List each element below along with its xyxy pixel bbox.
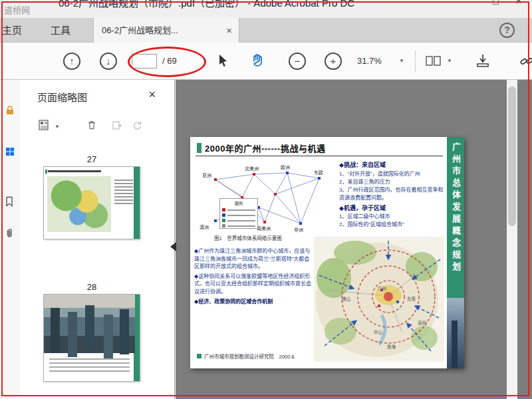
pdf-page: 2000年的广州------挑战与机遇 (190, 137, 464, 368)
window-controls: ─ □ × (469, 0, 521, 7)
map-city-label: 广州 (378, 285, 386, 291)
thumbnail-page-number: 28 (43, 282, 140, 292)
challenge-item: 3、广州行政区范围内，也存在着相互竞争和资源浪费配置问题。 (339, 186, 446, 202)
body-text-block: ◆广州作为珠江三角洲城市群的中心城市，应该与珠江三角洲各城市一同成为荷兰“兰斯塔… (194, 247, 313, 307)
diagram-node-label: 东欧 (314, 169, 323, 176)
close-button[interactable]: × (516, 0, 521, 7)
thumbnails-panel: 页面缩略图 × ▼ 27 28 (20, 80, 175, 399)
slide-footer-text: 广州市城市规划勘测设计研究院 2000.8. (204, 352, 296, 360)
security-lock-icon[interactable] (5, 105, 15, 118)
map-city-label: 中山 (374, 329, 382, 335)
map-city-label: 佛山 (342, 295, 350, 302)
world-city-network-diagram: 亚洲 北美洲 欧洲 东欧 澳洲 南美洲 非洲 图例 (196, 161, 336, 234)
body-paragraph: ◆广州作为珠江三角洲城市群的中心城市，应该与珠江三角洲各城市一同成为荷兰“兰斯塔… (194, 247, 313, 271)
zoom-caret-icon[interactable]: ▼ (399, 58, 404, 64)
maximize-button[interactable]: □ (493, 0, 498, 7)
window-title: 06-2广州战略规划（市院）.pdf（已加密） - Adobe Acrobat … (59, 0, 354, 9)
title-bar: 06-2广州战略规划（市院）.pdf（已加密） - Adobe Acrobat … (0, 0, 532, 18)
thumbnail-options-icon[interactable] (39, 120, 51, 133)
diagram-node-label: 亚洲 (202, 172, 211, 178)
slide-title-row: 2000年的广州------挑战与机遇 (197, 142, 325, 154)
select-tool-icon[interactable] (218, 54, 229, 70)
zoom-level-value[interactable]: 31.7% (357, 56, 382, 66)
thumbnail-page-number: 27 (43, 154, 140, 164)
diagram-legend: 图例 (219, 198, 258, 229)
opportunity-item: 2、国际性的“区域组合城市” (339, 221, 446, 229)
thumb-caption-lines (44, 356, 135, 374)
page-view-caret-icon[interactable]: ▼ (447, 58, 452, 64)
zoom-out-icon[interactable]: − (289, 53, 306, 70)
diagram-node-label: 欧洲 (281, 164, 290, 170)
help-icon[interactable]: ? (499, 23, 515, 38)
page-thumbnail-27[interactable] (43, 166, 140, 239)
navigation-rail (0, 80, 20, 399)
thumb-map-image (47, 176, 111, 232)
diagram-caption: 图1 世界城市体系网络示意图 (214, 234, 282, 241)
tab-tools[interactable]: 工具 (39, 18, 82, 43)
hand-tool-icon[interactable] (251, 53, 265, 70)
map-city-label: 珠海 (387, 343, 396, 350)
slide-title-accent (197, 143, 201, 153)
opportunity-item: 1、区域二级中心城市 (339, 213, 446, 221)
slide-side-banner: 广州市总体发展概念规划 (447, 137, 464, 368)
slide-title: 2000年的广州------挑战与机遇 (205, 142, 325, 154)
diagram-node-label: 南美洲 (257, 225, 271, 231)
page-thumbnail-28[interactable] (43, 294, 140, 382)
acrobat-window: 06-2广州战略规划（市院）.pdf（已加密） - Adobe Acrobat … (0, 0, 532, 399)
banner-vertical-title: 广州市总体发展概念规划 (447, 142, 464, 274)
slide-footer: 广州市城市规划勘测设计研究院 2000.8. (197, 352, 296, 360)
panel-collapse-icon[interactable] (170, 242, 176, 251)
body-paragraph: ◆经济、政策协同的区域合作机制 (194, 298, 313, 306)
rotate-page-icon (132, 120, 142, 133)
main-toolbar: ↑ ↓ / 69 − + 31.7% ▼ ▼ (0, 43, 532, 80)
tab-home[interactable]: 主页 (0, 18, 36, 43)
panel-title: 页面缩略图 (37, 90, 87, 104)
page-number-input[interactable] (132, 54, 157, 68)
page-view-icon[interactable] (426, 55, 442, 70)
map-city-label: 深圳 (418, 319, 426, 326)
institute-logo (197, 354, 201, 358)
body-paragraph: ◆这种协同关系可以借鉴欧盟等地区性经济组织形式，也可以亚太经合组织那样定期组织城… (194, 273, 313, 296)
slide-title-rule (196, 156, 443, 156)
region-map: 佛山 广州 东莞 深圳 中山 珠海 (314, 237, 444, 362)
toolbar-separator (415, 51, 416, 72)
diagram-node-label: 非洲 (294, 226, 303, 233)
minimize-button[interactable]: ─ (469, 0, 475, 7)
banner-photo (447, 298, 464, 368)
delete-page-icon[interactable] (86, 120, 97, 133)
vertical-scrollbar[interactable] (507, 80, 517, 399)
previous-page-icon[interactable]: ↑ (63, 53, 80, 70)
panel-close-icon[interactable]: × (148, 88, 156, 102)
thumb-title-accent (45, 170, 47, 174)
zoom-in-icon[interactable]: + (325, 53, 342, 70)
watermark-text: 道桥网 (4, 3, 30, 16)
document-viewport: 2000年的广州------挑战与机遇 (176, 80, 532, 399)
tab-bar: 主页 工具 06-2广州战略规划... × ? (0, 18, 532, 43)
link-icon[interactable] (520, 54, 532, 71)
page-total-label: / 69 (162, 56, 177, 66)
tab-document-label: 06-2广州战略规划... (102, 25, 178, 35)
tab-close-icon[interactable]: × (226, 18, 232, 43)
thumb-title-line (48, 170, 101, 172)
tab-document[interactable]: 06-2广州战略规划... × (93, 18, 239, 43)
challenges-block: ◆挑战：来自区域 1、“对外开放”，造就国际化的广州 2、来自珠三角的压力 3、… (339, 159, 446, 229)
page-thumbnails-icon[interactable] (5, 146, 15, 160)
diagram-node-label: 澳洲 (200, 223, 209, 230)
download-icon[interactable] (475, 53, 491, 72)
attachments-icon[interactable] (5, 227, 14, 241)
opportunities-heading: ◆机遇，孕于区域 (339, 204, 446, 213)
challenges-heading: ◆挑战：来自区域 (339, 161, 446, 170)
challenge-item: 2、来自珠三角的压力 (339, 178, 446, 186)
challenge-item: 1、“对外开放”，造就国际化的广州 (339, 170, 446, 178)
thumb-city-photo (44, 295, 135, 353)
thumb-green-strip (134, 167, 140, 239)
diagram-node-label: 北美洲 (245, 165, 259, 172)
region-map-image (314, 237, 444, 362)
insert-page-icon (112, 120, 122, 133)
scrollbar-thumb[interactable] (508, 86, 516, 226)
thumbnail-options-caret-icon[interactable]: ▼ (55, 124, 60, 130)
next-page-icon[interactable]: ↓ (100, 53, 117, 70)
bookmarks-icon[interactable] (5, 196, 14, 209)
map-city-label: 东莞 (407, 295, 416, 302)
thumb-text-lines (114, 178, 133, 206)
